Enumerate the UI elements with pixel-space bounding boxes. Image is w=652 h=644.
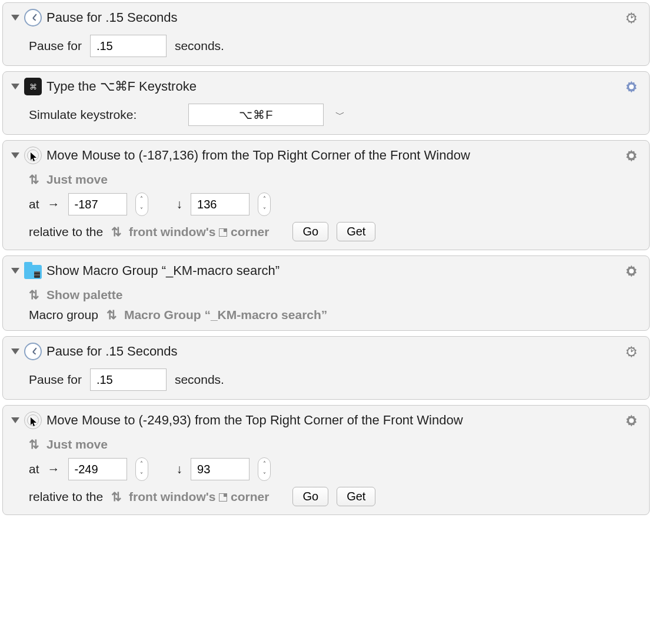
relative-to-label: relative to the <box>29 225 103 239</box>
disclosure-triangle[interactable] <box>11 348 19 354</box>
get-button[interactable]: Get <box>337 222 375 241</box>
keystroke-field[interactable]: ⌥⌘F <box>188 104 324 126</box>
disclosure-triangle[interactable] <box>11 84 19 89</box>
at-label: at <box>29 462 39 476</box>
x-stepper[interactable] <box>135 192 148 216</box>
relative-suffix: corner <box>231 490 269 503</box>
gear-icon[interactable] <box>621 9 642 30</box>
mouse-target-icon <box>24 411 42 429</box>
action-header: Show Macro Group “_KM-macro search” <box>11 262 641 280</box>
gear-icon[interactable] <box>621 343 642 364</box>
go-button[interactable]: Go <box>292 487 328 506</box>
action-header: Pause for .15 Seconds <box>11 343 641 360</box>
action-move-mouse: Move Mouse to (-249,93) from the Top Rig… <box>2 405 650 515</box>
x-stepper[interactable] <box>135 457 148 481</box>
corner-icon <box>219 228 227 237</box>
gear-icon[interactable] <box>621 147 642 168</box>
svg-point-3 <box>629 269 634 274</box>
macro-group-selector[interactable]: Macro Group “_KM-macro search” <box>124 308 327 322</box>
arrow-down-icon: ↓ <box>177 462 183 476</box>
y-input[interactable] <box>191 458 250 480</box>
pause-duration-input[interactable] <box>90 35 167 57</box>
svg-point-1 <box>629 85 634 89</box>
pause-unit-label: seconds. <box>175 373 224 387</box>
action-title: Pause for .15 Seconds <box>46 10 178 25</box>
svg-point-5 <box>629 419 634 423</box>
disclosure-triangle[interactable] <box>11 268 19 274</box>
pause-duration-input[interactable] <box>90 369 167 391</box>
clock-icon <box>24 9 42 26</box>
disclosure-triangle[interactable] <box>11 15 19 21</box>
action-header: ⌘ Type the ⌥⌘F Keystroke <box>11 78 641 95</box>
pause-unit-label: seconds. <box>175 39 224 53</box>
updown-icon[interactable]: ⇅ <box>29 288 38 302</box>
disclosure-triangle[interactable] <box>11 417 19 423</box>
svg-point-2 <box>629 154 634 158</box>
action-pause: Pause for .15 Seconds Pause for seconds. <box>2 2 650 66</box>
relative-selector[interactable]: front window's corner <box>129 225 269 239</box>
action-title: Move Mouse to (-249,93) from the Top Rig… <box>46 413 463 428</box>
relative-to-label: relative to the <box>29 490 103 504</box>
updown-icon[interactable]: ⇅ <box>29 172 38 187</box>
updown-icon[interactable]: ⇅ <box>29 437 38 452</box>
action-header: Move Mouse to (-249,93) from the Top Rig… <box>11 411 641 429</box>
arrow-down-icon: ↓ <box>177 197 183 211</box>
action-show-macro-group: Show Macro Group “_KM-macro search” ⇅ Sh… <box>2 255 650 331</box>
relative-value: front window's <box>129 490 215 503</box>
macro-group-label: Macro group <box>29 308 98 322</box>
x-input[interactable] <box>68 193 127 215</box>
y-stepper[interactable] <box>258 192 271 216</box>
pause-for-label: Pause for <box>29 373 82 387</box>
arrow-right-icon: → <box>48 197 60 211</box>
gear-icon[interactable] <box>621 411 642 433</box>
action-title: Show Macro Group “_KM-macro search” <box>46 263 280 278</box>
gear-icon[interactable] <box>621 262 642 283</box>
action-title: Move Mouse to (-187,136) from the Top Ri… <box>46 148 470 163</box>
y-stepper[interactable] <box>258 457 271 481</box>
action-header: Pause for .15 Seconds <box>11 9 641 26</box>
updown-icon[interactable]: ⇅ <box>107 308 116 322</box>
action-title: Pause for .15 Seconds <box>46 344 178 359</box>
y-input[interactable] <box>191 193 250 215</box>
relative-value: front window's <box>129 225 215 238</box>
gear-icon[interactable] <box>621 78 642 99</box>
go-button[interactable]: Go <box>292 222 328 241</box>
simulate-keystroke-label: Simulate keystroke: <box>29 108 137 122</box>
arrow-right-icon: → <box>48 462 60 476</box>
move-mode-selector[interactable]: Just move <box>46 172 108 187</box>
chevron-down-icon[interactable]: ﹀ <box>335 109 345 121</box>
updown-icon[interactable]: ⇅ <box>111 225 121 239</box>
x-input[interactable] <box>68 458 127 480</box>
at-label: at <box>29 197 39 211</box>
show-mode-selector[interactable]: Show palette <box>46 288 123 302</box>
action-move-mouse: Move Mouse to (-187,136) from the Top Ri… <box>2 140 650 250</box>
action-title: Type the ⌥⌘F Keystroke <box>46 79 197 94</box>
disclosure-triangle[interactable] <box>11 152 19 158</box>
get-button[interactable]: Get <box>337 487 375 506</box>
move-mode-selector[interactable]: Just move <box>46 437 108 452</box>
keyboard-icon: ⌘ <box>24 78 42 95</box>
relative-suffix: corner <box>231 225 269 238</box>
action-pause: Pause for .15 Seconds Pause for seconds. <box>2 336 650 400</box>
clock-icon <box>24 343 42 360</box>
action-header: Move Mouse to (-187,136) from the Top Ri… <box>11 147 641 164</box>
relative-selector[interactable]: front window's corner <box>129 490 269 504</box>
pause-for-label: Pause for <box>29 39 82 53</box>
action-type-keystroke: ⌘ Type the ⌥⌘F Keystroke Simulate keystr… <box>2 71 650 135</box>
updown-icon[interactable]: ⇅ <box>111 490 121 504</box>
corner-icon <box>219 493 227 502</box>
mouse-target-icon <box>24 147 42 164</box>
folder-icon <box>24 262 42 280</box>
